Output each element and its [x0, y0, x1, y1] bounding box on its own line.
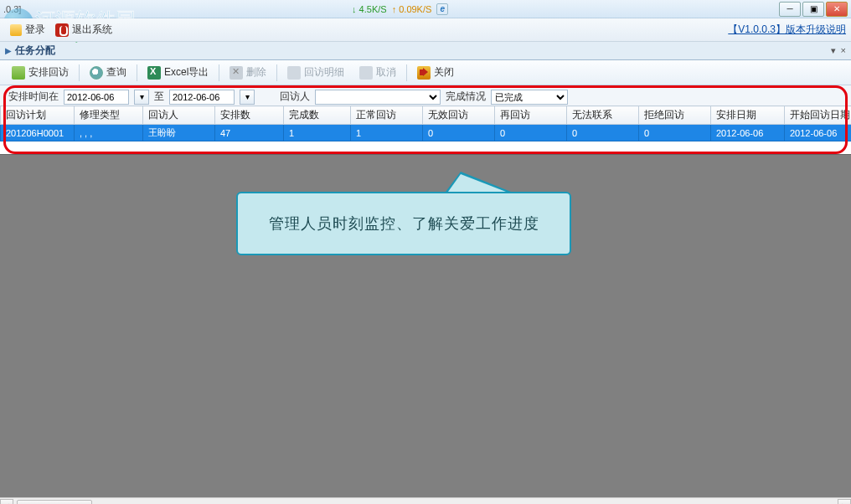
- cell-plan: 201206H0001: [1, 125, 75, 141]
- status-label: 完成情况: [446, 90, 486, 104]
- close-window-button[interactable]: ✕: [826, 2, 848, 17]
- detail-icon: [287, 66, 301, 80]
- arrange-icon: [12, 66, 25, 80]
- date-from-input[interactable]: [64, 90, 129, 105]
- visit-detail-button[interactable]: 回访明细: [281, 63, 351, 82]
- query-button[interactable]: 查询: [83, 63, 133, 82]
- col-completed[interactable]: 完成数: [284, 106, 351, 125]
- annotation-callout: 管理人员时刻监控、了解关爱工作进度: [236, 172, 571, 255]
- visitor-label: 回访人: [280, 90, 310, 104]
- cell-normal: 1: [351, 125, 423, 141]
- titlebar-status: ↓ 4.5K/S ↑ 0.09K/S e: [21, 3, 779, 15]
- col-normal[interactable]: 正常回访: [351, 106, 423, 125]
- cell-revisit: 0: [495, 125, 567, 141]
- tab-close-icon[interactable]: ×: [841, 45, 846, 56]
- separator: [276, 64, 277, 81]
- scroll-thumb[interactable]: [17, 500, 92, 505]
- tab-strip: ▶ 任务分配 ▾ ×: [0, 42, 851, 60]
- excel-export-button[interactable]: Excel导出: [141, 63, 215, 82]
- status-combo[interactable]: 已完成: [491, 90, 568, 105]
- separator: [406, 64, 407, 81]
- col-invalid[interactable]: 无效回访: [423, 106, 495, 125]
- col-refused[interactable]: 拒绝回访: [639, 106, 711, 125]
- app-bar: 登录 退出系统 【V1.0.0.3】版本升级说明: [0, 18, 851, 42]
- col-start-date[interactable]: 开始回访日期: [785, 106, 852, 125]
- delete-button[interactable]: 删除: [223, 63, 273, 82]
- separator: [79, 64, 80, 81]
- minimize-button[interactable]: ─: [779, 2, 801, 17]
- separator: [137, 64, 137, 81]
- close-icon: [417, 66, 431, 80]
- table-row[interactable]: 201206H0001 , , , 王盼盼 47 1 1 0 0 0 0 201…: [1, 125, 852, 141]
- exit-icon: [55, 23, 69, 37]
- scroll-left-icon[interactable]: ◄: [0, 499, 13, 505]
- date-from-picker-icon[interactable]: ▾: [134, 90, 149, 105]
- login-label: 登录: [25, 23, 45, 37]
- window-titlebar: .0.3] ↓ 4.5K/S ↑ 0.09K/S e ─ ▣ ✕: [0, 0, 851, 18]
- exit-label: 退出系统: [72, 23, 112, 37]
- tab-chevron-icon[interactable]: ▶: [5, 46, 12, 55]
- maximize-button[interactable]: ▣: [802, 2, 824, 17]
- arrange-visit-button[interactable]: 安排回访: [5, 63, 75, 82]
- cell-repair-type: , , ,: [75, 125, 143, 141]
- tab-task-assign[interactable]: 任务分配: [15, 44, 55, 58]
- exit-system-button[interactable]: 退出系统: [50, 21, 117, 39]
- col-visitor[interactable]: 回访人: [143, 106, 215, 125]
- visit-plan-table: 回访计划 修理类型 回访人 安排数 完成数 正常回访 无效回访 再回访 无法联系…: [0, 105, 851, 154]
- cell-refused: 0: [639, 125, 711, 141]
- col-arranged[interactable]: 安排数: [215, 106, 284, 125]
- horizontal-scrollbar[interactable]: ◄ ►: [0, 497, 851, 504]
- col-repair-type[interactable]: 修理类型: [75, 106, 143, 125]
- visitor-combo[interactable]: [315, 90, 441, 105]
- upload-speed: ↑ 0.09K/S: [392, 4, 432, 14]
- col-revisit[interactable]: 再回访: [495, 106, 567, 125]
- col-plan[interactable]: 回访计划: [1, 106, 75, 125]
- arrange-time-label: 安排时间在: [8, 90, 59, 104]
- cell-start-date: 2012-06-06: [785, 125, 852, 141]
- tab-dropdown-icon[interactable]: ▾: [831, 45, 836, 56]
- version-upgrade-link[interactable]: 【V1.0.0.3】版本升级说明: [728, 23, 846, 37]
- cell-completed: 1: [284, 125, 351, 141]
- ie-icon[interactable]: e: [436, 3, 448, 15]
- date-to-input[interactable]: [169, 90, 235, 105]
- filter-row: 安排时间在 ▾ 至 ▾ 回访人 完成情况 已完成: [0, 85, 851, 105]
- table-header-row: 回访计划 修理类型 回访人 安排数 完成数 正常回访 无效回访 再回访 无法联系…: [1, 106, 852, 125]
- callout-text: 管理人员时刻监控、了解关爱工作进度: [269, 213, 539, 234]
- toolbar: 安排回访 查询 Excel导出 删除 回访明细 取消 关闭: [0, 60, 851, 85]
- cell-arrange-date: 2012-06-06: [711, 125, 785, 141]
- login-button[interactable]: 登录: [5, 21, 50, 39]
- cell-arranged: 47: [215, 125, 284, 141]
- cell-visitor: 王盼盼: [143, 125, 215, 141]
- to-label: 至: [154, 90, 164, 104]
- delete-icon: [230, 66, 243, 80]
- excel-icon: [147, 66, 161, 80]
- window-controls: ─ ▣ ✕: [779, 2, 848, 17]
- highlighted-area: 安排时间在 ▾ 至 ▾ 回访人 完成情况 已完成 回访计划 修理类型 回: [0, 85, 851, 154]
- date-to-picker-icon[interactable]: ▾: [240, 90, 255, 105]
- cell-nocontact: 0: [567, 125, 639, 141]
- search-icon: [90, 66, 103, 80]
- separator: [219, 64, 219, 81]
- close-button[interactable]: 关闭: [410, 63, 461, 82]
- col-arrange-date[interactable]: 安排日期: [711, 106, 785, 125]
- cancel-button[interactable]: 取消: [353, 63, 403, 82]
- login-icon: [10, 24, 22, 36]
- scroll-right-icon[interactable]: ►: [838, 499, 851, 505]
- title-fragment: .0.3]: [3, 4, 21, 14]
- callout-arrow-icon: [446, 172, 511, 192]
- download-speed: ↓ 4.5K/S: [352, 4, 387, 14]
- col-nocontact[interactable]: 无法联系: [567, 106, 639, 125]
- callout-box: 管理人员时刻监控、了解关爱工作进度: [236, 192, 571, 255]
- cancel-icon: [359, 66, 373, 80]
- main-content-area: 管理人员时刻监控、了解关爱工作进度: [0, 154, 851, 497]
- cell-invalid: 0: [423, 125, 495, 141]
